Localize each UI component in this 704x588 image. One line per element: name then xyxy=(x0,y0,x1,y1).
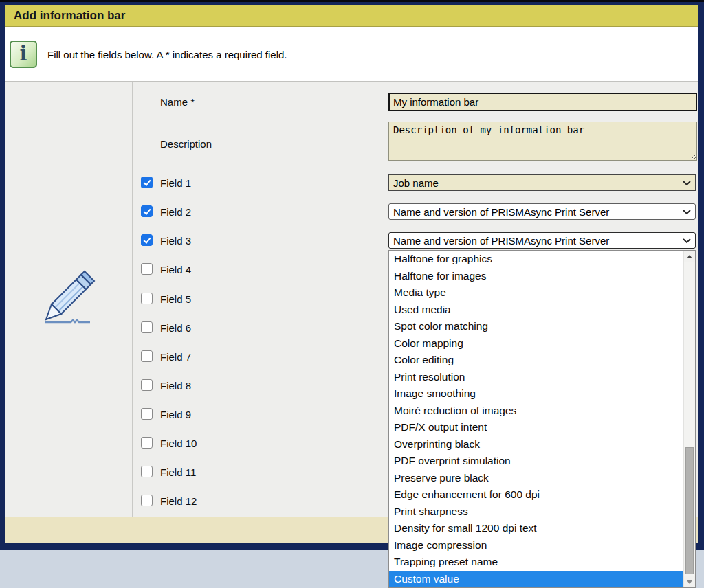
field-5-label: Field 5 xyxy=(160,293,191,305)
info-icon: i xyxy=(10,41,37,68)
field-1-label: Field 1 xyxy=(160,177,191,189)
scrollbar-thumb[interactable] xyxy=(685,447,694,574)
field-7-checkbox[interactable] xyxy=(141,350,153,362)
name-label: Name * xyxy=(160,96,195,108)
chevron-down-icon xyxy=(683,210,691,214)
scroll-up-icon[interactable] xyxy=(684,251,695,262)
dropdown-option[interactable]: Image compression xyxy=(389,537,683,554)
dropdown-option[interactable]: Halftone for images xyxy=(389,268,683,285)
field-11-label: Field 11 xyxy=(160,466,196,478)
field-2-select[interactable]: Name and version of PRISMAsync Print Ser… xyxy=(388,203,696,220)
dropdown-option[interactable]: Print sharpness xyxy=(389,504,683,521)
field-9-label: Field 9 xyxy=(160,409,191,420)
dialog-titlebar: Add information bar xyxy=(5,5,698,27)
field-8-label: Field 8 xyxy=(160,380,191,392)
field-3-label: Field 3 xyxy=(160,235,191,247)
chevron-down-icon xyxy=(683,181,691,185)
description-label: Description xyxy=(160,138,212,150)
field-12-checkbox[interactable] xyxy=(141,495,153,506)
dropdown-option[interactable]: Preserve pure black xyxy=(389,470,683,487)
info-section: i Fill out the fields below. A * indicat… xyxy=(5,27,698,81)
field-3-dropdown-popup: Halftone for graphicsHalftone for images… xyxy=(388,250,696,588)
field-5-checkbox[interactable] xyxy=(141,293,153,304)
dropdown-option[interactable]: Halftone for graphics xyxy=(389,251,683,268)
chevron-down-icon xyxy=(683,238,691,243)
dropdown-option[interactable]: Color editing xyxy=(389,352,683,369)
scroll-down-icon[interactable] xyxy=(684,576,695,587)
field-8-checkbox[interactable] xyxy=(141,379,153,391)
field-7-label: Field 7 xyxy=(160,351,191,363)
field-1-select[interactable]: Job name xyxy=(388,174,696,191)
dropdown-option[interactable]: Used media xyxy=(389,302,683,319)
field-12-label: Field 12 xyxy=(160,495,197,507)
dropdown-option[interactable]: Image smoothing xyxy=(389,385,683,403)
dropdown-scrollbar[interactable] xyxy=(683,251,695,587)
dropdown-option[interactable]: PDF/X output intent xyxy=(389,419,683,436)
field-11-checkbox[interactable] xyxy=(141,466,153,477)
field-10-label: Field 10 xyxy=(160,438,197,449)
dropdown-option[interactable]: Density for small 1200 dpi text xyxy=(389,520,683,537)
field-6-checkbox[interactable] xyxy=(141,321,153,333)
dropdown-option[interactable]: Color mapping xyxy=(389,335,683,352)
field-1-checkbox[interactable] xyxy=(141,177,153,188)
left-column xyxy=(5,82,133,517)
dropdown-option[interactable]: Print resolution xyxy=(389,369,683,386)
dropdown-option[interactable]: Overprinting black xyxy=(389,436,683,453)
dropdown-list: Halftone for graphicsHalftone for images… xyxy=(389,251,683,587)
dropdown-option[interactable]: Trapping preset name xyxy=(389,554,683,571)
description-textarea[interactable]: Description of my information bar xyxy=(388,122,697,161)
dropdown-option[interactable]: Moiré reduction of images xyxy=(389,403,683,420)
field-4-label: Field 4 xyxy=(160,264,191,275)
info-message: Fill out the fields below. A * indicates… xyxy=(47,49,287,60)
field-3-select[interactable]: Name and version of PRISMAsync Print Ser… xyxy=(388,232,696,249)
dropdown-option[interactable]: Custom value xyxy=(389,571,683,588)
dropdown-option[interactable]: Media type xyxy=(389,284,683,302)
field-3-checkbox[interactable] xyxy=(141,234,153,246)
dialog-title: Add information bar xyxy=(14,9,125,23)
dropdown-option[interactable]: PDF overprint simulation xyxy=(389,453,683,470)
dropdown-option[interactable]: Edge enhancement for 600 dpi xyxy=(389,486,683,504)
field-4-checkbox[interactable] xyxy=(141,263,153,275)
name-input[interactable] xyxy=(388,93,697,111)
field-6-label: Field 6 xyxy=(160,322,191,334)
field-2-checkbox[interactable] xyxy=(141,205,153,217)
field-9-checkbox[interactable] xyxy=(141,408,153,420)
field-2-label: Field 2 xyxy=(160,206,191,218)
field-10-checkbox[interactable] xyxy=(141,437,153,449)
dropdown-option[interactable]: Spot color matching xyxy=(389,318,683,335)
pencil-icon xyxy=(31,262,108,328)
